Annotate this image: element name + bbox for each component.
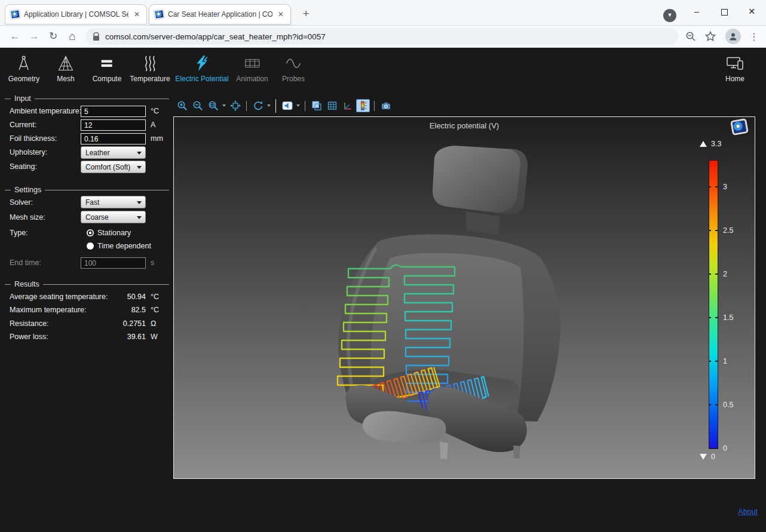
radio-time-dependent[interactable]	[87, 242, 94, 250]
zoom-out-button[interactable]	[191, 99, 204, 112]
current-input[interactable]	[81, 119, 146, 131]
colorbar: 3.3 32.521.510.50 0	[698, 140, 752, 465]
address-bar[interactable]: comsol.com/server-demo/app/car_seat_heat…	[85, 28, 678, 45]
geometry-compass-icon	[8, 53, 40, 73]
lightning-bolt-icon	[175, 53, 228, 73]
ribbon-button-mesh[interactable]: Mesh	[57, 53, 75, 83]
ribbon-button-home[interactable]: Home	[725, 53, 745, 83]
result-unit: °C	[151, 293, 159, 301]
seating-select[interactable]: Comfort (Soft)	[81, 161, 146, 173]
colorbar-max-label: 3.3	[711, 140, 721, 148]
chevron-down-icon	[137, 201, 142, 204]
field-unit: A	[151, 121, 155, 129]
url-text[interactable]: comsol.com/server-demo/app/car_seat_heat…	[105, 32, 326, 41]
selected-value: Leather	[85, 149, 110, 157]
ribbon-label: Compute	[93, 75, 122, 83]
ribbon-button-temperature[interactable]: Temperature	[130, 53, 170, 83]
foil-thickness-input[interactable]	[81, 133, 146, 144]
rotate-caret-icon[interactable]	[267, 104, 271, 107]
graphics-canvas[interactable]: Electric potential (V)	[173, 116, 755, 479]
field-label: Solver:	[10, 198, 33, 207]
comsol-favicon	[154, 9, 165, 20]
zoom-extents-button[interactable]	[228, 99, 242, 112]
lock-icon[interactable]	[93, 32, 100, 41]
ribbon-button-electric-potential[interactable]: Electric Potential	[175, 53, 228, 83]
temperature-waves-icon	[130, 53, 170, 73]
field-label: Current:	[10, 121, 36, 129]
grid-button[interactable]	[325, 99, 339, 112]
field-label: Mesh size:	[10, 213, 45, 222]
zoom-indicator-icon[interactable]	[684, 29, 698, 44]
compute-equals-icon	[93, 53, 122, 73]
snapshot-camera-button[interactable]	[379, 99, 393, 112]
tab-application-library[interactable]: Application Library | COMSOL Se ✕	[5, 4, 147, 24]
result-value: 0.2751	[84, 319, 146, 328]
film-strip-icon	[236, 53, 268, 73]
home-icon[interactable]: ⌂	[65, 29, 80, 44]
close-window-button[interactable]: ✕	[738, 0, 765, 23]
result-unit: °C	[151, 306, 159, 314]
forward-icon[interactable]: →	[26, 29, 42, 44]
rotate-view-button[interactable]	[251, 99, 265, 112]
mesh-triangle-icon	[57, 53, 75, 73]
ribbon-label: Probes	[282, 75, 305, 83]
comsol-app: Geometry Mesh Compute Temperature Electr…	[0, 48, 766, 532]
mesh-size-select[interactable]: Coarse	[81, 211, 146, 223]
section-header-input: Input	[5, 94, 169, 103]
colorbar-ticks: 32.521.510.50	[709, 161, 718, 448]
transparency-button[interactable]	[310, 99, 323, 112]
end-time-input	[81, 257, 146, 269]
bookmark-star-icon[interactable]	[703, 29, 718, 44]
colorbar-min-label: 0	[711, 453, 715, 461]
chevron-down-icon: ▼	[667, 12, 673, 18]
ribbon-button-animation: Animation	[236, 53, 268, 83]
result-label: Resistance:	[10, 319, 48, 328]
default-view-button[interactable]	[280, 99, 294, 112]
result-unit: W	[151, 333, 158, 341]
result-unit: Ω	[151, 319, 156, 328]
new-tab-button[interactable]: +	[298, 5, 314, 22]
selected-value: Coarse	[85, 213, 109, 222]
menu-dots-icon[interactable]: ⋮	[747, 29, 761, 44]
ribbon-label: Animation	[236, 75, 268, 83]
colorbar-max-marker-icon	[700, 141, 707, 147]
field-label: Foil thickness:	[10, 134, 57, 143]
zoom-box-button[interactable]	[206, 99, 220, 112]
ribbon-button-compute[interactable]: Compute	[93, 53, 122, 83]
maximize-icon	[721, 9, 728, 16]
ribbon-button-probes: Probes	[282, 53, 305, 83]
ribbon-button-geometry[interactable]: Geometry	[8, 53, 40, 83]
color-legend-button[interactable]	[356, 99, 370, 112]
tab-search-button[interactable]: ▼	[663, 9, 676, 22]
ambient-temperature-input[interactable]	[81, 106, 146, 117]
profile-avatar[interactable]	[725, 29, 741, 44]
sine-wave-icon	[282, 53, 305, 73]
ribbon-label: Temperature	[130, 75, 170, 83]
about-link[interactable]: About	[738, 508, 758, 516]
zoom-box-caret-icon[interactable]	[222, 104, 226, 107]
car-seat-3d-model	[317, 141, 598, 463]
reload-icon[interactable]: ↻	[45, 29, 61, 44]
close-tab-icon[interactable]: ✕	[276, 10, 286, 19]
axes-button[interactable]	[341, 99, 354, 112]
maximize-button[interactable]	[710, 0, 738, 23]
zoom-in-button[interactable]	[175, 99, 189, 112]
result-label: Maximum temperature:	[10, 306, 87, 314]
tab-car-seat-heater[interactable]: Car Seat Heater Application | CO ✕	[149, 4, 291, 24]
solver-select[interactable]: Fast	[81, 196, 146, 208]
radio-stationary[interactable]	[87, 229, 94, 236]
view-caret-icon[interactable]	[296, 104, 300, 107]
field-label: End time:	[10, 259, 41, 267]
tab-title: Car Seat Heater Application | CO	[168, 10, 272, 19]
plot-title: Electric potential (V)	[174, 121, 755, 130]
minimize-button[interactable]: –	[683, 0, 710, 23]
field-label: Type:	[10, 229, 28, 237]
back-icon[interactable]: ←	[7, 29, 23, 44]
browser-toolbar: ← → ↻ ⌂ comsol.com/server-demo/app/car_s…	[0, 26, 766, 48]
radio-label: Time dependent	[97, 242, 151, 250]
field-unit: mm	[151, 134, 163, 143]
result-value: 50.94	[84, 293, 146, 301]
upholstery-select[interactable]: Leather	[81, 146, 146, 159]
close-tab-icon[interactable]: ✕	[132, 10, 142, 19]
section-title: Settings	[14, 186, 41, 194]
